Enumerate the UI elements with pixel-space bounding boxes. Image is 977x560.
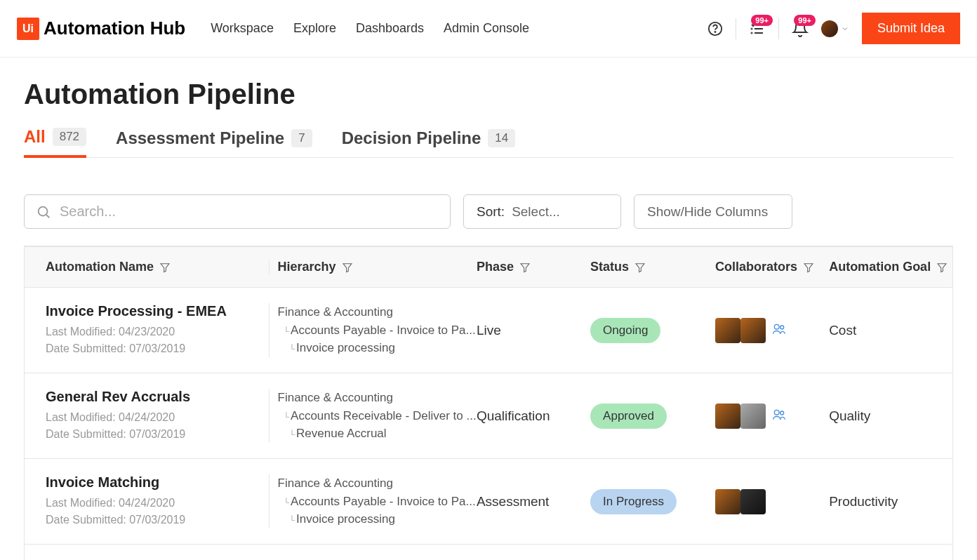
people-icon bbox=[770, 322, 788, 336]
nav-explore[interactable]: Explore bbox=[293, 21, 336, 36]
notifications-badge: 99+ bbox=[794, 15, 816, 26]
sort-dropdown[interactable]: Sort: Select... bbox=[463, 194, 621, 229]
hierarchy-l2: └Accounts Payable - Invoice to Pa... bbox=[278, 493, 477, 511]
app-header: Ui Automation Hub Workspace Explore Dash… bbox=[0, 0, 977, 58]
columns-label: Show/Hide Columns bbox=[647, 204, 768, 220]
svg-point-15 bbox=[774, 324, 779, 329]
cell-collaborators bbox=[715, 389, 829, 443]
automation-title[interactable]: Invoice Matching bbox=[46, 474, 269, 491]
cell-phase: Assessment bbox=[477, 474, 590, 528]
cell-automation-name: Invoice MatchingLast Modified: 04/24/202… bbox=[25, 474, 270, 528]
cell-goal: Productivity bbox=[829, 474, 952, 528]
tasks-button[interactable]: 99+ bbox=[749, 20, 766, 37]
collaborator-avatar[interactable] bbox=[715, 318, 740, 343]
col-collaborators-header[interactable]: Collaborators bbox=[715, 260, 829, 274]
filter-icon bbox=[803, 262, 814, 273]
table-row[interactable]: Invoice Processing - EMEALast Modified: … bbox=[25, 288, 952, 373]
col-phase-header[interactable]: Phase bbox=[477, 260, 590, 274]
svg-point-18 bbox=[780, 411, 784, 415]
divider bbox=[736, 18, 736, 39]
automation-table: Automation Name Hierarchy Phase Status C… bbox=[24, 246, 953, 560]
search-input[interactable] bbox=[60, 204, 439, 220]
automation-title[interactable]: Invoice Processing - EMEA bbox=[46, 303, 269, 319]
hierarchy-l2: └Accounts Receivable - Deliver to ... bbox=[278, 407, 477, 425]
collaborator-avatar[interactable] bbox=[740, 404, 766, 429]
tab-assessment-pipeline[interactable]: Assessment Pipeline7 bbox=[116, 127, 312, 157]
svg-marker-9 bbox=[161, 263, 169, 272]
nav-dashboards[interactable]: Dashboards bbox=[356, 21, 424, 36]
collaborators-more[interactable] bbox=[770, 408, 788, 425]
last-modified: Last Modified: 04/24/2020 bbox=[46, 409, 269, 426]
people-icon bbox=[770, 408, 788, 422]
col-status-label: Status bbox=[590, 260, 629, 274]
tab-count: 872 bbox=[53, 128, 86, 146]
cell-hierarchy: Finance & Accounting└Accounts Payable - … bbox=[270, 303, 477, 357]
logo-text: Automation Hub bbox=[44, 18, 185, 39]
divider bbox=[778, 18, 779, 39]
cell-collaborators bbox=[715, 303, 829, 357]
chevron-down-icon bbox=[841, 25, 849, 33]
col-goal-header[interactable]: Automation Goal bbox=[829, 260, 952, 274]
svg-point-7 bbox=[39, 206, 48, 215]
table-row[interactable]: Invoice MatchingLast Modified: 04/24/202… bbox=[25, 459, 952, 545]
search-box[interactable] bbox=[24, 194, 451, 229]
help-button[interactable] bbox=[707, 21, 723, 36]
svg-point-16 bbox=[780, 326, 784, 329]
collaborator-avatar[interactable] bbox=[740, 318, 766, 343]
nav-admin-console[interactable]: Admin Console bbox=[444, 21, 529, 36]
col-name-label: Automation Name bbox=[46, 260, 154, 274]
columns-toggle[interactable]: Show/Hide Columns bbox=[634, 194, 792, 229]
hierarchy-l1: Finance & Accounting bbox=[278, 474, 477, 493]
cell-phase: Live bbox=[477, 303, 590, 357]
cell-status: Approved bbox=[590, 389, 715, 443]
nav-workspace[interactable]: Workspace bbox=[211, 21, 274, 36]
col-hierarchy-label: Hierarchy bbox=[278, 260, 336, 274]
col-status-header[interactable]: Status bbox=[590, 260, 715, 274]
last-modified: Last Modified: 04/24/2020 bbox=[46, 495, 269, 512]
collaborator-avatar[interactable] bbox=[740, 489, 766, 514]
svg-point-5 bbox=[751, 28, 752, 29]
cell-goal: Quality bbox=[829, 389, 952, 443]
automation-title[interactable]: General Rev Accruals bbox=[46, 389, 269, 405]
logo[interactable]: Ui Automation Hub bbox=[17, 18, 185, 40]
tab-label: Assessment Pipeline bbox=[116, 128, 284, 148]
svg-marker-14 bbox=[938, 263, 946, 272]
notifications-button[interactable]: 99+ bbox=[792, 20, 809, 37]
col-hierarchy-header[interactable]: Hierarchy bbox=[270, 260, 477, 274]
tab-all[interactable]: All872 bbox=[24, 127, 86, 158]
collaborators-more[interactable] bbox=[770, 322, 788, 339]
pipeline-tabs: All872Assessment Pipeline7Decision Pipel… bbox=[24, 127, 953, 158]
status-badge: Ongoing bbox=[590, 318, 660, 343]
collaborator-avatar[interactable] bbox=[715, 489, 740, 514]
cell-collaborators bbox=[715, 474, 829, 528]
user-menu[interactable] bbox=[821, 20, 849, 37]
filter-icon bbox=[634, 262, 646, 273]
logo-mark: Ui bbox=[17, 18, 39, 40]
cell-status: In Progress bbox=[590, 474, 715, 528]
table-row[interactable]: General Rev AccrualsLast Modified: 04/24… bbox=[25, 373, 952, 459]
svg-marker-12 bbox=[636, 263, 644, 272]
tab-count: 14 bbox=[488, 129, 515, 147]
col-collaborators-label: Collaborators bbox=[715, 260, 797, 274]
search-icon bbox=[36, 204, 51, 220]
col-name-header[interactable]: Automation Name bbox=[25, 260, 270, 274]
avatar bbox=[821, 20, 838, 37]
sort-label: Sort: bbox=[477, 204, 505, 220]
svg-marker-10 bbox=[343, 263, 352, 272]
date-submitted: Date Submitted: 07/03/2019 bbox=[46, 340, 269, 357]
tab-decision-pipeline[interactable]: Decision Pipeline14 bbox=[342, 127, 516, 157]
table-row[interactable]: Credit cards payments controlFinance & A… bbox=[25, 545, 952, 560]
tab-label: Decision Pipeline bbox=[342, 128, 481, 148]
page-content: Automation Pipeline All872Assessment Pip… bbox=[0, 58, 977, 560]
col-phase-label: Phase bbox=[477, 260, 514, 274]
svg-point-6 bbox=[751, 32, 752, 33]
svg-line-8 bbox=[46, 215, 49, 218]
tab-count: 7 bbox=[291, 129, 312, 147]
collaborator-avatar[interactable] bbox=[715, 404, 740, 429]
table-controls: Sort: Select... Show/Hide Columns bbox=[24, 194, 953, 229]
date-submitted: Date Submitted: 07/03/2019 bbox=[46, 512, 269, 528]
filter-icon bbox=[519, 262, 531, 273]
status-badge: In Progress bbox=[590, 489, 677, 514]
submit-idea-button[interactable]: Submit Idea bbox=[862, 13, 960, 44]
hierarchy-l3: └Invoice processing bbox=[278, 339, 477, 357]
